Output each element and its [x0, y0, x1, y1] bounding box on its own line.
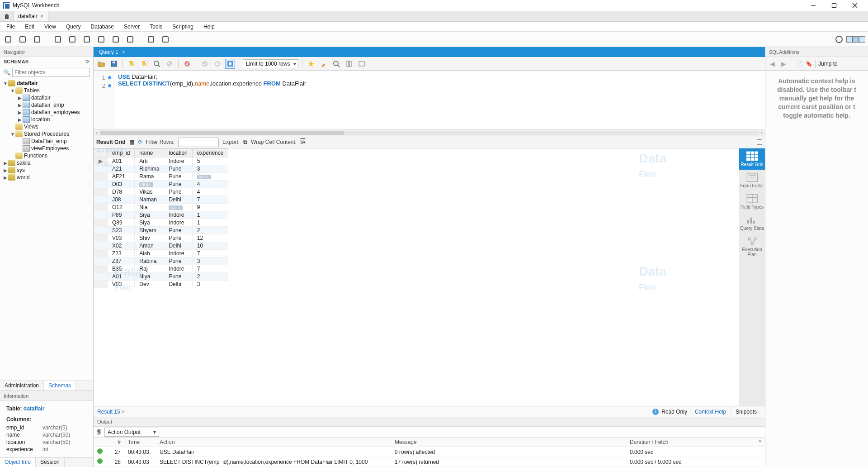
schema-sakila[interactable]: ▶sakila [0, 159, 93, 167]
menu-file[interactable]: File [2, 23, 19, 31]
close-icon[interactable]: × [40, 13, 43, 19]
editor-scrollbar[interactable]: ‹› [94, 129, 765, 136]
stop-button[interactable] [165, 59, 175, 69]
proc-viewEmployees[interactable]: viewEmployees [0, 145, 93, 152]
stored-procedures-folder[interactable]: ▼Stored Procedures [0, 130, 93, 138]
menu-query[interactable]: Query [61, 23, 85, 31]
maximize-result-icon[interactable] [757, 139, 762, 145]
execute-button[interactable] [127, 59, 137, 69]
jump-to-label[interactable]: Jump to [818, 61, 838, 67]
toolbar-button-11[interactable] [160, 34, 171, 45]
nav-back-icon[interactable]: ◀ [768, 60, 777, 67]
tool-form-editor[interactable]: Form Editor [739, 170, 765, 191]
close-icon[interactable]: × [122, 49, 125, 55]
table-row[interactable]: Z87RabinaPune3 [94, 257, 228, 265]
table-row[interactable]: D03NULLPune4 [94, 181, 228, 188]
menu-tools[interactable]: Tools [145, 23, 167, 31]
toggle-right-panel-icon[interactable] [859, 36, 865, 43]
refresh-icon[interactable]: ⟳ [85, 59, 90, 65]
table-row[interactable]: A01NiyaPune2 [94, 273, 228, 281]
filter-rows-input[interactable] [178, 138, 219, 147]
toggle-left-panel-icon[interactable] [846, 36, 853, 43]
inspector-button[interactable] [32, 34, 42, 45]
toolbar-button-5[interactable] [67, 34, 78, 45]
table-location[interactable]: ▶location [0, 116, 93, 123]
autocommit-button[interactable] [225, 59, 235, 69]
connection-tab[interactable]: dataflair × [14, 11, 48, 21]
tool-execution-plan[interactable]: Execution Plan [739, 234, 765, 260]
table-row[interactable]: J08NamanDelhi7 [94, 196, 228, 204]
table-row[interactable]: D78VikasPune4 [94, 188, 228, 196]
log-row[interactable]: 2800:43:03SELECT DISTINCT(emp_id),name,l… [94, 457, 765, 467]
result-tab[interactable]: Result 15 × [97, 409, 125, 415]
open-file-button[interactable] [96, 59, 106, 69]
tool-field-types[interactable]: Field Types [739, 191, 765, 212]
column-header[interactable]: location [164, 149, 192, 157]
find-button[interactable] [331, 59, 341, 69]
tables-folder[interactable]: ▼Tables [0, 87, 93, 94]
toolbar-button-7[interactable] [96, 34, 107, 45]
menu-database[interactable]: Database [86, 23, 118, 31]
functions-folder[interactable]: Functions [0, 152, 93, 159]
table-row[interactable]: O12NiaNULL9 [94, 204, 228, 211]
explain-button[interactable] [152, 59, 162, 69]
toolbar-button-8[interactable] [110, 34, 121, 45]
beautify-button[interactable] [306, 59, 316, 69]
schema-world[interactable]: ▶world [0, 174, 93, 181]
maximize-button[interactable] [824, 0, 844, 11]
home-button[interactable] [0, 11, 14, 21]
auto-help-icon[interactable]: 🔖 [806, 61, 812, 67]
table-row[interactable]: S23ShyamPune2 [94, 227, 228, 234]
settings-button[interactable] [834, 34, 844, 45]
toolbar-button-9[interactable] [125, 34, 136, 45]
nav-forward-icon[interactable]: ▶ [779, 60, 788, 67]
clear-button[interactable] [319, 59, 329, 69]
table-row[interactable]: V03ShivPune12 [94, 234, 228, 242]
execute-current-button[interactable] [139, 59, 149, 69]
query-tab[interactable]: Query 1 × [94, 47, 131, 57]
tab-schemas[interactable]: Schemas [44, 381, 76, 391]
minimize-button[interactable] [803, 0, 824, 11]
export-icon[interactable]: ⧉ [243, 139, 247, 145]
table-row[interactable]: Z23AishIndore7 [94, 250, 228, 257]
save-button[interactable] [109, 59, 119, 69]
menu-server[interactable]: Server [119, 23, 144, 31]
toolbar-button-10[interactable] [146, 34, 156, 45]
schema-tree[interactable]: ▼dataflair▼Tables▶dataflair▶dataflair_em… [0, 79, 93, 381]
toggle-invisible-button[interactable] [182, 59, 192, 69]
table-dataflair[interactable]: ▶dataflair [0, 94, 93, 101]
tool-query-stats[interactable]: Query Stats [739, 212, 765, 234]
rollback-button[interactable] [212, 59, 222, 69]
tool-result-grid[interactable]: Result Grid [739, 148, 765, 170]
wrap-icon[interactable]: IA [300, 139, 305, 145]
new-sql-tab-button[interactable] [3, 34, 14, 45]
close-window-button[interactable] [844, 0, 865, 11]
schema-dataflair[interactable]: ▼dataflair [0, 80, 93, 87]
menu-view[interactable]: View [40, 23, 61, 31]
help-icon[interactable]: 📄 [796, 61, 803, 67]
toolbar-button-6[interactable] [81, 34, 92, 45]
tab-session[interactable]: Session [36, 457, 65, 467]
log-row[interactable]: 2700:43:03USE DataFlair0 row(s) affected… [94, 447, 765, 457]
output-type-select[interactable]: Action Output [104, 428, 159, 437]
table-dataflair_employees[interactable]: ▶dataflair_employees [0, 109, 93, 116]
close-icon[interactable]: × [122, 409, 125, 415]
table-row[interactable]: B35RajIndore7 [94, 265, 228, 273]
word-wrap-button[interactable] [357, 59, 367, 69]
table-row[interactable]: AF21RamaPuneNULL [94, 173, 228, 181]
menu-edit[interactable]: Edit [20, 23, 39, 31]
table-row[interactable]: P89SiyaIndore1 [94, 211, 228, 219]
grid-icon[interactable]: ▦ [129, 139, 134, 145]
menu-scripting[interactable]: Scripting [168, 23, 198, 31]
table-row[interactable]: V03DevDelhi3 [94, 281, 228, 288]
tab-administration[interactable]: Administration [0, 381, 44, 391]
table-dataflair_emp[interactable]: ▶dataflair_emp [0, 101, 93, 109]
tab-object-info[interactable]: Object Info [0, 457, 36, 467]
output-log[interactable]: #TimeActionMessageDuration / Fetch^2700:… [94, 438, 765, 467]
filter-objects-input[interactable] [12, 68, 90, 77]
column-header[interactable]: emp_id [108, 149, 135, 157]
table-row[interactable]: A21RidhimaPune3 [94, 165, 228, 173]
proc-DataFlair_emp[interactable]: DataFlair_emp [0, 138, 93, 145]
table-row[interactable]: Q89SiyaIndore1 [94, 219, 228, 227]
table-row[interactable]: X02AmanDelhi10 [94, 242, 228, 250]
